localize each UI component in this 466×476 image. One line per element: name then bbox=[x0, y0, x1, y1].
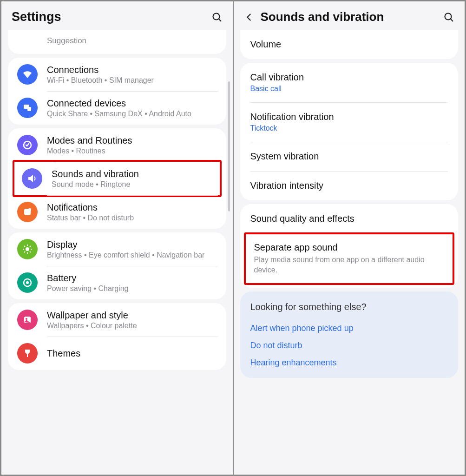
settings-item-sounds-vibration[interactable]: Sounds and vibration Sound mode • Ringto… bbox=[14, 162, 220, 195]
svg-point-6 bbox=[28, 208, 31, 211]
suggestion-text: Suggestion bbox=[47, 36, 86, 45]
devices-icon bbox=[17, 98, 38, 118]
svg-line-14 bbox=[24, 251, 25, 252]
row-call-vibration[interactable]: Call vibration Basic call bbox=[240, 63, 459, 102]
settings-item-modes-routines[interactable]: Modes and Routines Modes • Routines bbox=[8, 128, 226, 162]
row-title: Volume bbox=[250, 39, 448, 50]
item-title: Connections bbox=[47, 65, 217, 75]
settings-group: Modes and Routines Modes • Routines Soun… bbox=[8, 128, 226, 229]
svg-line-21 bbox=[451, 19, 453, 21]
svg-line-12 bbox=[24, 246, 25, 247]
search-icon[interactable] bbox=[443, 12, 454, 23]
svg-point-0 bbox=[213, 13, 219, 20]
row-sub: Ticktock bbox=[250, 124, 448, 132]
row-vibration-intensity[interactable]: Vibration intensity bbox=[240, 171, 459, 200]
scrollbar-indicator[interactable] bbox=[228, 81, 230, 212]
item-sub: Modes • Routines bbox=[47, 147, 217, 155]
section-sound-quality: Sound quality and effects Separate app s… bbox=[240, 204, 459, 288]
item-title: Modes and Routines bbox=[47, 135, 217, 146]
svg-point-19 bbox=[26, 318, 27, 320]
settings-item-wallpaper[interactable]: Wallpaper and style Wallpapers • Colour … bbox=[8, 303, 226, 337]
battery-icon bbox=[17, 272, 38, 293]
settings-item-notifications[interactable]: Notifications Status bar • Do not distur… bbox=[8, 195, 226, 229]
settings-group: Connections Wi-Fi • Bluetooth • SIM mana… bbox=[8, 58, 226, 125]
svg-point-20 bbox=[445, 13, 452, 20]
settings-item-battery[interactable]: Battery Power saving • Charging bbox=[8, 266, 226, 299]
item-sub: Brightness • Eye comfort shield • Naviga… bbox=[47, 251, 217, 259]
settings-screen: Settings Suggestion Connections Wi-Fi • … bbox=[1, 1, 233, 475]
row-sound-quality[interactable]: Sound quality and effects bbox=[240, 204, 459, 233]
suggest-heading: Looking for something else? bbox=[250, 302, 448, 312]
notifications-icon bbox=[17, 202, 38, 222]
row-sub: Basic call bbox=[250, 85, 448, 93]
themes-icon bbox=[17, 343, 38, 364]
sounds-vibration-screen: Sounds and vibration Volume Call vibrati… bbox=[233, 1, 466, 475]
row-title: Vibration intensity bbox=[250, 180, 448, 191]
wifi-icon bbox=[17, 64, 38, 85]
settings-group: Display Brightness • Eye comfort shield … bbox=[8, 232, 226, 299]
item-title: Themes bbox=[47, 348, 217, 359]
row-title: System vibration bbox=[250, 151, 448, 162]
item-title: Wallpaper and style bbox=[47, 310, 217, 321]
item-sub: Wi-Fi • Bluetooth • SIM manager bbox=[47, 76, 217, 85]
row-title: Notification vibration bbox=[250, 112, 448, 122]
settings-item-display[interactable]: Display Brightness • Eye comfort shield … bbox=[8, 232, 226, 266]
back-icon[interactable] bbox=[244, 12, 254, 22]
settings-item-connected-devices[interactable]: Connected devices Quick Share • Samsung … bbox=[8, 91, 226, 125]
page-title: Settings bbox=[12, 10, 211, 24]
item-title: Notifications bbox=[47, 202, 217, 213]
row-title: Sound quality and effects bbox=[250, 213, 448, 224]
svg-rect-3 bbox=[27, 107, 31, 111]
row-sub: Play media sound from one app on a diffe… bbox=[254, 255, 445, 275]
suggestion-card-partial[interactable]: Suggestion bbox=[8, 30, 226, 54]
suggest-link-dnd[interactable]: Do not disturb bbox=[250, 337, 448, 354]
item-sub: Quick Share • Samsung DeX • Android Auto bbox=[47, 110, 217, 118]
row-volume[interactable]: Volume bbox=[240, 30, 459, 59]
svg-line-15 bbox=[30, 246, 31, 247]
svg-point-17 bbox=[26, 281, 29, 284]
settings-item-connections[interactable]: Connections Wi-Fi • Bluetooth • SIM mana… bbox=[8, 58, 226, 91]
settings-header: Settings bbox=[1, 1, 233, 30]
wallpaper-icon bbox=[17, 310, 38, 330]
svg-point-7 bbox=[26, 247, 29, 251]
item-title: Battery bbox=[47, 273, 217, 284]
item-title: Display bbox=[47, 239, 217, 250]
row-title: Separate app sound bbox=[254, 242, 445, 253]
settings-group: Wallpaper and style Wallpapers • Colour … bbox=[8, 303, 226, 370]
row-separate-app-sound[interactable]: Separate app sound Play media sound from… bbox=[246, 234, 453, 283]
item-sub: Wallpapers • Colour palette bbox=[47, 322, 217, 330]
row-title: Call vibration bbox=[250, 72, 448, 83]
section-vibration: Call vibration Basic call Notification v… bbox=[240, 63, 459, 200]
item-title: Sounds and vibration bbox=[52, 169, 212, 179]
search-icon[interactable] bbox=[211, 12, 223, 23]
svg-line-13 bbox=[30, 251, 31, 252]
item-title: Connected devices bbox=[47, 98, 217, 109]
item-sub: Status bar • Do not disturb bbox=[47, 214, 217, 222]
looking-for-card: Looking for something else? Alert when p… bbox=[240, 291, 459, 378]
item-sub: Sound mode • Ringtone bbox=[52, 180, 212, 189]
page-title: Sounds and vibration bbox=[261, 10, 444, 24]
highlight-separate-app-sound: Separate app sound Play media sound from… bbox=[244, 232, 455, 285]
routines-icon bbox=[17, 135, 38, 155]
section-volume: Volume bbox=[240, 30, 459, 59]
sound-icon bbox=[22, 168, 42, 189]
row-system-vibration[interactable]: System vibration bbox=[240, 142, 459, 171]
sounds-header: Sounds and vibration bbox=[234, 1, 465, 30]
display-icon bbox=[17, 239, 38, 259]
suggest-link-hearing[interactable]: Hearing enhancements bbox=[250, 354, 448, 371]
settings-item-themes[interactable]: Themes bbox=[8, 337, 226, 370]
highlight-sounds-vibration: Sounds and vibration Sound mode • Ringto… bbox=[13, 160, 222, 197]
svg-line-1 bbox=[219, 19, 221, 21]
suggest-link-alert[interactable]: Alert when phone picked up bbox=[250, 320, 448, 337]
item-sub: Power saving • Charging bbox=[47, 284, 217, 293]
row-notification-vibration[interactable]: Notification vibration Ticktock bbox=[240, 102, 459, 142]
